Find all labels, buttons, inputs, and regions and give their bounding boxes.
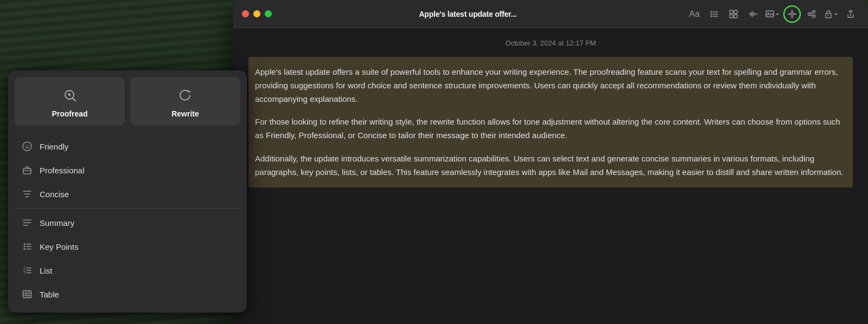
menu-item-concise[interactable]: Concise: [15, 182, 240, 206]
export-icon: [846, 9, 856, 19]
app-window: Apple's latest update offer... Aa: [233, 0, 868, 324]
svg-point-17: [24, 246, 25, 248]
svg-rect-27: [23, 291, 31, 298]
svg-rect-48: [766, 11, 774, 17]
menu-item-professional[interactable]: Professional: [15, 158, 240, 182]
rewrite-label: Rewrite: [171, 109, 199, 118]
svg-point-6: [28, 145, 29, 146]
menu-item-key-points[interactable]: Key Points: [15, 235, 240, 258]
svg-point-32: [711, 11, 712, 12]
menu-item-table[interactable]: Table: [15, 282, 240, 306]
date-header: October 3, 2024 at 12:17 PM: [248, 39, 853, 47]
paragraph-2: For those looking to refine their writin…: [255, 115, 846, 142]
svg-line-54: [810, 15, 812, 16]
proofread-button[interactable]: Proofread: [15, 77, 125, 126]
rewrite-icon: [176, 86, 195, 105]
waveform-icon: [748, 9, 758, 19]
menu-item-friendly[interactable]: Friendly: [15, 134, 240, 158]
svg-point-34: [711, 13, 712, 15]
summary-label: Summary: [40, 218, 74, 228]
svg-line-2: [73, 98, 75, 101]
svg-rect-38: [730, 10, 733, 14]
content-area: October 3, 2024 at 12:17 PM Apple's late…: [233, 28, 868, 324]
window-title: Apple's latest update offer...: [257, 10, 679, 18]
concise-icon: [21, 188, 33, 200]
lock-button[interactable]: [822, 5, 840, 23]
svg-rect-39: [734, 10, 737, 14]
svg-point-52: [813, 15, 815, 17]
share-link-icon: [807, 9, 816, 19]
document-text[interactable]: Apple's latest update offers a suite of …: [248, 57, 853, 187]
professional-label: Professional: [40, 166, 85, 175]
professional-icon: [21, 164, 33, 176]
svg-point-50: [808, 12, 811, 15]
grid-button[interactable]: [725, 5, 742, 23]
top-actions-row: Proofread Rewrite: [15, 77, 240, 126]
svg-point-56: [828, 15, 829, 16]
svg-text:3.: 3.: [23, 271, 26, 274]
list-icon: 1. 2. 3.: [21, 264, 33, 276]
menu-item-summary[interactable]: Summary: [15, 211, 240, 235]
svg-rect-40: [730, 15, 733, 18]
intelligence-button[interactable]: [783, 5, 801, 23]
waveform-button[interactable]: [744, 5, 762, 23]
title-bar: Apple's latest update offer... Aa: [233, 0, 868, 28]
friendly-label: Friendly: [40, 142, 68, 151]
svg-point-36: [711, 15, 712, 17]
rewrite-button[interactable]: Rewrite: [130, 77, 240, 126]
svg-point-4: [23, 142, 31, 151]
menu-divider: [15, 208, 240, 209]
image-chevron-icon: [775, 11, 780, 17]
svg-point-51: [813, 10, 815, 13]
paragraph-3: Additionally, the update introduces vers…: [255, 152, 846, 179]
concise-label: Concise: [40, 190, 69, 199]
share-link-button[interactable]: [803, 5, 820, 23]
intelligence-icon: [787, 9, 797, 19]
paragraph-1: Apple's latest update offers a suite of …: [255, 66, 846, 106]
lock-chevron-icon: [833, 11, 839, 17]
grid-icon: [729, 9, 738, 19]
font-icon: Aa: [689, 9, 700, 19]
svg-line-53: [810, 12, 812, 14]
svg-rect-41: [734, 15, 737, 18]
close-button[interactable]: [242, 10, 249, 17]
lock-icon: [824, 9, 833, 19]
export-button[interactable]: [842, 5, 859, 23]
svg-point-5: [25, 145, 27, 146]
svg-point-15: [24, 243, 25, 245]
summary-icon: [21, 217, 33, 229]
list-format-icon: [709, 9, 719, 19]
toolbar-icons: Aa: [686, 5, 859, 23]
key-points-icon: [21, 241, 33, 252]
menu-item-list[interactable]: 1. 2. 3. List: [15, 258, 240, 282]
table-label: Table: [40, 290, 59, 299]
font-button[interactable]: Aa: [686, 5, 703, 23]
list-label: List: [40, 266, 52, 275]
proofread-label: Proofread: [52, 109, 87, 118]
table-icon: [21, 288, 33, 300]
proofread-icon: [60, 86, 80, 105]
key-points-label: Key Points: [40, 242, 79, 251]
svg-point-19: [24, 248, 25, 250]
writing-tools-dropdown: Proofread Rewrite Friendly: [8, 70, 247, 313]
svg-rect-7: [23, 169, 31, 174]
friendly-icon: [21, 140, 33, 152]
list-format-button[interactable]: [705, 5, 723, 23]
image-icon: [765, 9, 775, 19]
image-button[interactable]: [764, 5, 781, 23]
